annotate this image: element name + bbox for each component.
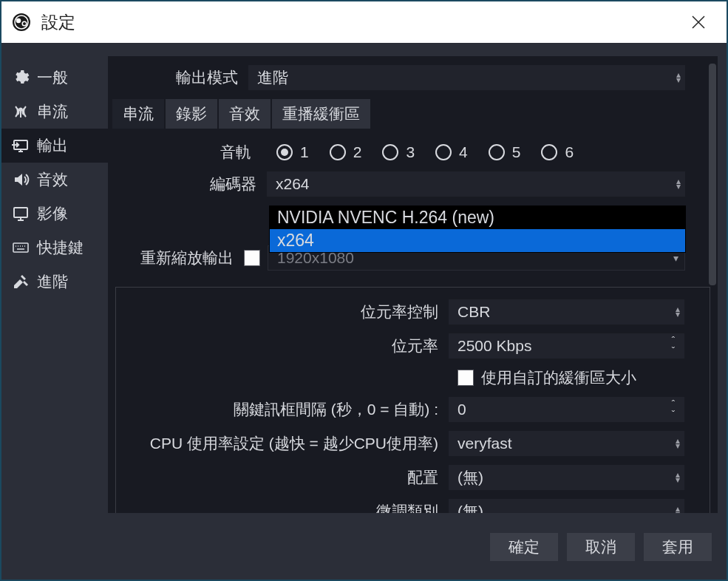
- title-bar: 設定: [1, 1, 727, 43]
- output-mode-select[interactable]: 進階 ▴▾: [248, 65, 685, 90]
- tools-icon: [12, 273, 30, 290]
- cpu-usage-label: CPU 使用率設定 (越快 = 越少CPU使用率): [116, 433, 449, 454]
- cpu-usage-value: veryfast: [457, 435, 512, 452]
- sidebar-item-hotkeys[interactable]: 快捷鍵: [1, 231, 108, 265]
- keyframe-input[interactable]: 0 ˆˇ: [449, 397, 684, 422]
- tab-audio[interactable]: 音效: [219, 99, 271, 129]
- cancel-button[interactable]: 取消: [567, 533, 635, 561]
- updown-icon: ▴▾: [676, 307, 680, 317]
- scrollbar[interactable]: [707, 64, 718, 506]
- sidebar-label: 音效: [37, 169, 68, 190]
- encoder-label: 編碼器: [108, 174, 267, 194]
- svg-point-2: [16, 18, 21, 24]
- profile-label: 配置: [116, 467, 449, 488]
- bitrate-value: 2500 Kbps: [457, 337, 531, 355]
- chevron-down-icon: ▾: [673, 252, 678, 264]
- encoder-option-nvenc[interactable]: NVIDIA NVENC H.264 (new): [270, 206, 685, 229]
- dialog-footer: 確定 取消 套用: [1, 523, 727, 571]
- cpu-usage-select[interactable]: veryfast ▴▾: [449, 431, 684, 456]
- tune-select[interactable]: (無) ▴▾: [449, 499, 684, 513]
- speaker-icon: [12, 171, 30, 188]
- sidebar-label: 輸出: [37, 135, 68, 156]
- encoder-dropdown-popup: NVIDIA NVENC H.264 (new) x264: [269, 205, 686, 253]
- encoder-value: x264: [276, 175, 310, 193]
- audio-track-3[interactable]: 3: [382, 143, 415, 161]
- audio-track-4[interactable]: 4: [435, 143, 468, 161]
- sidebar-label: 一般: [37, 67, 68, 88]
- monitor-arrow-icon: [12, 137, 30, 154]
- tune-label: 微調類別: [116, 501, 449, 513]
- spinner-icon[interactable]: ˆˇ: [665, 398, 681, 421]
- sidebar-item-video[interactable]: 影像: [1, 197, 108, 231]
- bitrate-label: 位元率: [116, 336, 449, 356]
- sidebar-item-advanced[interactable]: 進階: [1, 265, 108, 299]
- scrollbar-thumb[interactable]: [709, 64, 716, 285]
- keyboard-icon: [12, 239, 30, 256]
- apply-button[interactable]: 套用: [644, 533, 712, 561]
- spinner-icon[interactable]: ˆˇ: [665, 335, 681, 357]
- updown-icon: ▴▾: [676, 472, 680, 483]
- audio-track-2[interactable]: 2: [330, 143, 362, 161]
- audio-track-1[interactable]: 1: [276, 143, 309, 161]
- audio-track-6[interactable]: 6: [541, 143, 574, 161]
- output-mode-label: 輸出模式: [108, 67, 248, 88]
- encoder-settings-group: 位元率控制 CBR ▴▾ 位元率 2500 Kbps ˆˇ 使用自訂的緩衝區大小…: [115, 287, 710, 513]
- svg-rect-6: [14, 208, 27, 217]
- close-button[interactable]: [681, 12, 716, 33]
- sidebar-item-stream[interactable]: 串流: [1, 95, 108, 129]
- updown-icon: ▴▾: [676, 506, 680, 513]
- updown-icon: ▴▾: [676, 438, 680, 449]
- profile-select[interactable]: (無) ▴▾: [449, 465, 684, 490]
- keyframe-label: 關鍵訊框間隔 (秒，0 = 自動) :: [116, 399, 449, 420]
- svg-rect-7: [13, 243, 28, 252]
- bitrate-input[interactable]: 2500 Kbps ˆˇ: [449, 333, 684, 359]
- rescale-checkbox[interactable]: [244, 250, 260, 266]
- sidebar-label: 串流: [37, 101, 68, 122]
- sidebar-label: 快捷鍵: [37, 237, 84, 258]
- sidebar-label: 影像: [37, 203, 68, 224]
- tab-replay-buffer[interactable]: 重播緩衝區: [272, 99, 370, 129]
- rescale-label: 重新縮放輸出: [108, 248, 244, 268]
- audio-track-5[interactable]: 5: [489, 143, 521, 161]
- settings-sidebar: 一般 串流 輸出 音效 影像: [1, 56, 108, 513]
- sidebar-item-output[interactable]: 輸出: [1, 129, 108, 163]
- output-settings-panel: 輸出模式 進階 ▴▾ 串流 錄影 音效 重播緩衝區 音軌 1 2 3 4 5 6…: [108, 56, 718, 513]
- custom-buffer-label: 使用自訂的緩衝區大小: [481, 367, 636, 388]
- encoder-option-x264[interactable]: x264: [270, 229, 685, 252]
- audio-track-label: 音軌: [108, 142, 256, 163]
- rate-control-value: CBR: [457, 303, 490, 321]
- sidebar-item-general[interactable]: 一般: [1, 61, 108, 95]
- antenna-icon: [12, 103, 30, 120]
- sidebar-label: 進階: [37, 271, 68, 292]
- ok-button[interactable]: 確定: [490, 533, 558, 561]
- window-title: 設定: [41, 11, 681, 34]
- output-mode-value: 進階: [257, 67, 288, 88]
- gear-icon: [12, 69, 30, 86]
- updown-icon: ▴▾: [676, 72, 681, 83]
- obs-logo-icon: [12, 13, 31, 32]
- rate-control-select[interactable]: CBR ▴▾: [449, 299, 684, 325]
- profile-value: (無): [457, 467, 483, 488]
- body-area: 一般 串流 輸出 音效 影像: [1, 43, 727, 523]
- output-tabs: 串流 錄影 音效 重播緩衝區: [108, 99, 718, 129]
- sidebar-item-audio[interactable]: 音效: [1, 163, 108, 197]
- rate-control-label: 位元率控制: [116, 302, 449, 322]
- monitor-icon: [12, 205, 30, 222]
- tab-streaming[interactable]: 串流: [112, 99, 164, 129]
- tab-recording[interactable]: 錄影: [166, 99, 217, 129]
- updown-icon: ▴▾: [676, 179, 681, 189]
- audio-track-row: 音軌 1 2 3 4 5 6: [108, 142, 718, 163]
- custom-buffer-checkbox[interactable]: [457, 370, 474, 386]
- encoder-select[interactable]: x264 ▴▾: [267, 171, 685, 197]
- keyframe-value: 0: [457, 401, 466, 418]
- tune-value: (無): [457, 501, 483, 513]
